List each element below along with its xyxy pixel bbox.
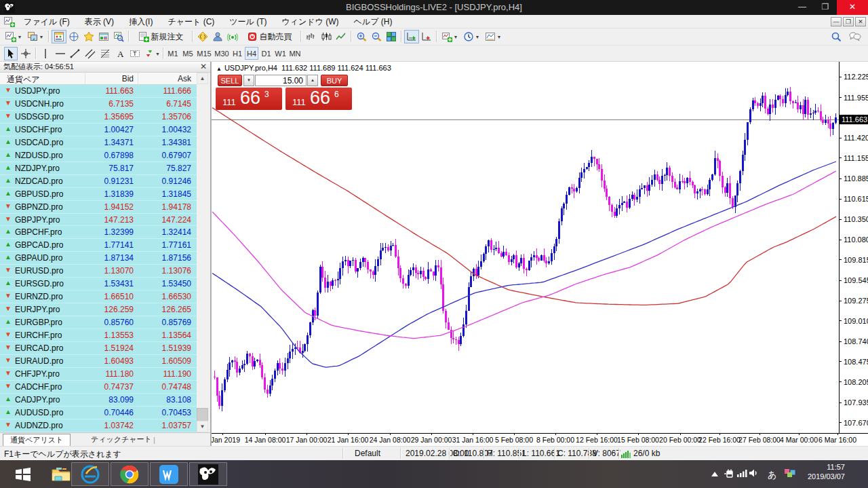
market-watch-row[interactable]: ▼AUDNZD.pro1.037421.03757: [0, 419, 197, 432]
market-watch-row[interactable]: ▲EURGBP.pro0.857600.85769: [0, 316, 197, 329]
data-window-button[interactable]: [66, 30, 81, 43]
market-watch-row[interactable]: ▲EURSGD.pro1.534311.53450: [0, 278, 197, 290]
tray-expand-icon[interactable]: [711, 468, 719, 481]
timeframe-d1-button[interactable]: D1: [260, 47, 273, 60]
chart-window[interactable]: 112.225111.955111.690111.420111.155110.8…: [211, 62, 868, 446]
ie-taskbar-icon[interactable]: [71, 462, 109, 486]
market-watch-row[interactable]: ▼EURJPY.pro126.259126.265: [0, 303, 197, 316]
column-ask[interactable]: Ask: [178, 74, 191, 83]
timeframe-m30-button[interactable]: M30: [214, 47, 230, 60]
market-watch-row[interactable]: ▲USDCAD.pro1.343711.34381: [0, 136, 197, 149]
hline-button[interactable]: [54, 47, 67, 60]
signals-button[interactable]: [225, 30, 240, 43]
timeframe-h1-button[interactable]: H1: [231, 47, 243, 60]
menu-item-6[interactable]: ヘルプ (H): [347, 15, 400, 29]
timeframe-h4-button[interactable]: H4: [245, 47, 258, 60]
column-symbol[interactable]: 通貨ペア: [7, 74, 40, 86]
market-watch-row[interactable]: ▼USDJPY.pro111.663111.666: [0, 85, 197, 98]
templates-button[interactable]: ▼: [483, 30, 503, 43]
strategy-tester-button[interactable]: [111, 30, 126, 43]
market-watch-row[interactable]: ▼EURCHF.pro1.135531.13564: [0, 329, 197, 342]
auto-scroll-button[interactable]: [404, 30, 419, 43]
menu-item-3[interactable]: チャート (C): [160, 15, 222, 29]
market-watch-row[interactable]: ▲GBPCAD.pro1.771411.77161: [0, 239, 197, 252]
market-watch-row[interactable]: ▲NZDCAD.pro0.912310.91246: [0, 175, 197, 188]
market-watch-row[interactable]: ▼EURAUD.pro1.604931.60509: [0, 355, 197, 368]
market-watch-row[interactable]: ▼GBPJPY.pro147.213147.224: [0, 214, 197, 227]
trendline-button[interactable]: [68, 47, 82, 60]
market-watch-row[interactable]: ▲NZDJPY.pro75.81775.827: [0, 162, 197, 175]
ime-icon[interactable]: あ: [768, 468, 776, 481]
tab-tick-chart[interactable]: ティックチャート: [84, 434, 159, 446]
new-order-button[interactable]: 新規注文: [132, 30, 190, 43]
volume-icon[interactable]: [749, 468, 760, 481]
buy-button[interactable]: BUY: [321, 75, 348, 86]
market-watch-row[interactable]: ▲GBPUSD.pro1.318391.31845: [0, 188, 197, 201]
market-watch-row[interactable]: ▲GBPCHF.pro1.323991.32414: [0, 226, 197, 239]
network-icon[interactable]: [736, 468, 749, 481]
zoom-in-button[interactable]: [354, 30, 369, 43]
scroll-down-icon[interactable]: ▼: [197, 421, 208, 432]
mt4-taskbar-icon[interactable]: [189, 462, 227, 486]
column-bid[interactable]: Bid: [122, 74, 134, 83]
market-watch-row[interactable]: ▲GBPAUD.pro1.871341.87156: [0, 252, 197, 265]
indicators-button[interactable]: ▼: [439, 30, 460, 43]
chat-button[interactable]: [846, 30, 864, 43]
action-center-icon[interactable]: [784, 468, 796, 482]
market-watch-scrollbar[interactable]: ▲ ▼: [197, 73, 208, 432]
tile-windows-button[interactable]: [384, 30, 399, 43]
menu-item-5[interactable]: ウィンドウ (W): [275, 15, 347, 29]
timeframe-m5-button[interactable]: M5: [181, 47, 195, 60]
market-watch-row[interactable]: ▼EURCAD.pro1.519241.51939: [0, 342, 197, 355]
chart-line-button[interactable]: [334, 30, 349, 43]
market-watch-row[interactable]: ▼USDSGD.pro1.356951.35706: [0, 111, 197, 124]
market-watch-row[interactable]: ▼EURNZD.pro1.665101.66530: [0, 290, 197, 303]
menu-item-0[interactable]: ファイル (F): [16, 15, 77, 29]
volume-input[interactable]: 15.00: [255, 75, 307, 86]
battery-icon[interactable]: [723, 468, 735, 482]
metaeditor-button[interactable]: [195, 30, 210, 43]
vline-button[interactable]: [39, 47, 52, 60]
terminal-button[interactable]: [96, 30, 111, 43]
search-button[interactable]: [829, 30, 844, 43]
arrows-button[interactable]: ▼: [143, 47, 161, 60]
market-watch-row[interactable]: ▲CADJPY.pro83.09983.108: [0, 394, 197, 407]
new-chart-button[interactable]: ▼: [3, 30, 24, 43]
market-watch-row[interactable]: ▼GBPNZD.pro1.941521.94178: [0, 201, 197, 214]
market-watch-row[interactable]: ▼EURUSD.pro1.130701.13076: [0, 265, 197, 278]
market-watch-close-icon[interactable]: ✕: [200, 62, 207, 72]
volume-dropdown[interactable]: ▼: [243, 75, 254, 86]
chart-candles-button[interactable]: [319, 30, 334, 43]
sell-button[interactable]: SELL: [218, 75, 242, 86]
cursor-button[interactable]: [4, 47, 18, 60]
sell-price-panel[interactable]: 111663: [216, 88, 282, 110]
menu-item-2[interactable]: 挿入(I): [121, 15, 160, 29]
scroll-up-icon[interactable]: ▲: [197, 73, 208, 84]
chrome-taskbar-icon[interactable]: [111, 462, 149, 486]
experts-button[interactable]: [210, 30, 225, 43]
child-minimize-button[interactable]: —: [831, 17, 842, 26]
autotrading-button[interactable]: 自動売買: [240, 30, 298, 43]
timeframe-m1-button[interactable]: M1: [166, 47, 180, 60]
menu-item-4[interactable]: ツール (T): [222, 15, 274, 29]
taskbar-clock[interactable]: 11:572019/03/07: [804, 462, 845, 481]
market-watch-row[interactable]: ▼CHFJPY.pro111.180111.190: [0, 368, 197, 381]
child-close-button[interactable]: ✕: [855, 17, 866, 26]
window-close-button[interactable]: ✕: [837, 0, 868, 15]
market-watch-row[interactable]: ▼CADCHF.pro0.747370.74748: [0, 381, 197, 394]
timeframe-mn-button[interactable]: MN: [288, 47, 302, 60]
tab-symbols[interactable]: 通貨ペアリスト: [3, 434, 71, 446]
channel-button[interactable]: [83, 47, 97, 60]
menu-item-1[interactable]: 表示 (V): [77, 15, 121, 29]
chart-shift-button[interactable]: [419, 30, 434, 43]
market-watch-row[interactable]: ▲AUDUSD.pro0.704460.70453: [0, 407, 197, 419]
market-watch-button[interactable]: [52, 30, 66, 43]
buy-price-panel[interactable]: 111666: [285, 88, 352, 110]
window-maximize-button[interactable]: ❐: [815, 0, 835, 15]
timeframe-m15-button[interactable]: M15: [196, 47, 212, 60]
text-button[interactable]: A: [113, 47, 127, 60]
label-button[interactable]: T: [128, 47, 142, 60]
market-watch-row[interactable]: ▲USDCHF.pro1.004271.00432: [0, 124, 197, 136]
timeframe-w1-button[interactable]: W1: [274, 47, 287, 60]
market-watch-row[interactable]: ▼USDCNH.pro6.71356.7145: [0, 98, 197, 111]
